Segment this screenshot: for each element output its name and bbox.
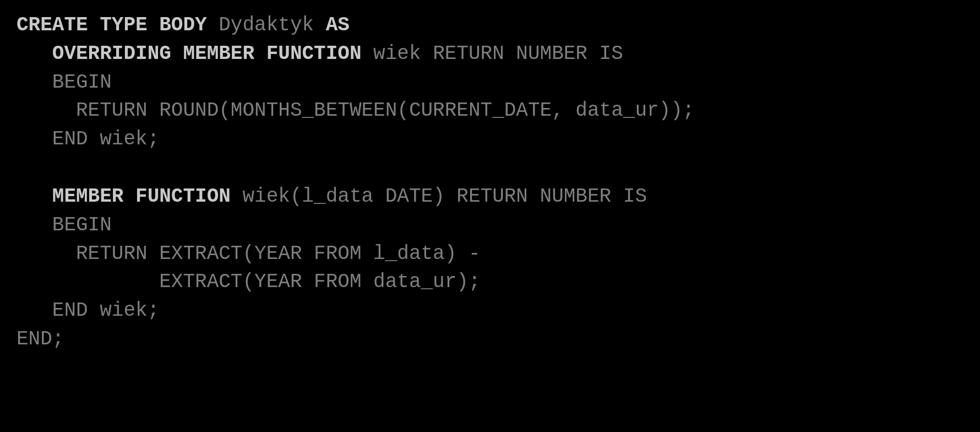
code-token: RETURN EXTRACT(YEAR FROM l_data) -: [17, 242, 481, 265]
code-token: END wiek;: [17, 128, 159, 150]
sql-code-block: CREATE TYPE BODY Dydaktyk AS OVERRIDING …: [0, 0, 980, 365]
code-token: [17, 42, 52, 65]
code-token: BEGIN: [17, 214, 112, 236]
keyword-token: CREATE TYPE BODY: [17, 14, 219, 36]
code-token: BEGIN: [17, 71, 112, 94]
code-token: wiek RETURN NUMBER IS: [373, 42, 623, 65]
keyword-token: MEMBER FUNCTION: [52, 185, 243, 208]
keyword-token: AS: [326, 14, 350, 36]
code-token: RETURN ROUND(MONTHS_BETWEEN(CURRENT_DATE…: [17, 99, 694, 122]
code-token: END;: [17, 328, 64, 350]
keyword-token: OVERRIDING MEMBER FUNCTION: [52, 42, 373, 65]
code-token: EXTRACT(YEAR FROM data_ur);: [17, 271, 481, 293]
code-token: END wiek;: [17, 299, 159, 322]
code-token: [17, 185, 52, 208]
code-token: wiek(l_data DATE) RETURN NUMBER IS: [242, 185, 647, 208]
code-token: Dydaktyk: [219, 14, 325, 36]
